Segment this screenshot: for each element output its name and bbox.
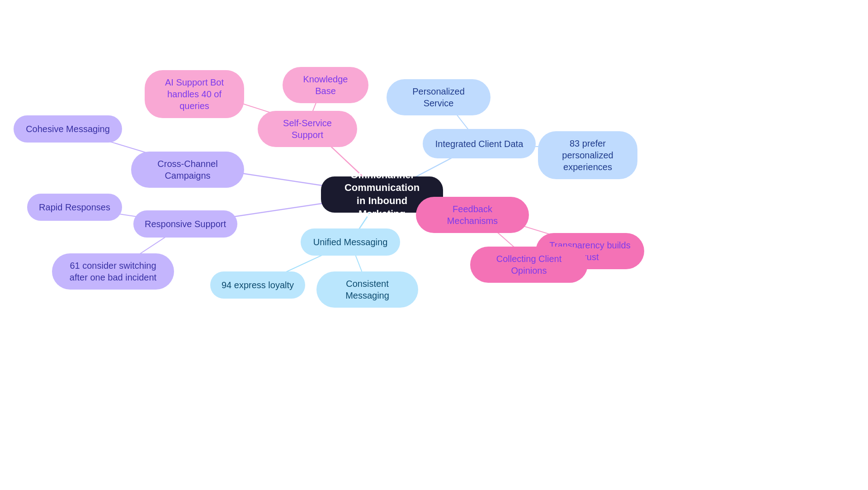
node-label-rapid: Rapid Responses (39, 201, 110, 213)
node-self-service: Self-Service Support (258, 111, 357, 147)
node-label-self-service: Self-Service Support (269, 117, 346, 141)
node-cross-channel: Cross-Channel Campaigns (131, 152, 244, 188)
node-label-knowledge-base: Knowledge Base (293, 73, 358, 97)
node-consistent: Consistent Messaging (316, 271, 418, 308)
node-express-loyalty: 94 express loyalty (210, 271, 305, 299)
node-ai-bot: AI Support Bot handles 40 of queries (145, 70, 244, 118)
node-label-personalized-service: Personalized Service (397, 86, 480, 109)
node-label-prefer-personalized: 83 prefer personalized experiences (549, 138, 627, 173)
node-switching: 61 consider switching after one bad inci… (52, 253, 174, 290)
node-personalized-service: Personalized Service (387, 79, 491, 115)
node-label-collecting: Collecting Client Opinions (481, 253, 577, 276)
node-rapid: Rapid Responses (27, 194, 122, 221)
node-responsive: Responsive Support (133, 210, 237, 238)
node-label-feedback: Feedback Mechanisms (427, 203, 518, 227)
node-feedback: Feedback Mechanisms (416, 197, 529, 233)
node-integrated: Integrated Client Data (423, 129, 536, 158)
node-label-switching: 61 consider switching after one bad inci… (63, 260, 163, 283)
node-collecting: Collecting Client Opinions (470, 247, 588, 283)
node-label-unified: Unified Messaging (313, 236, 388, 248)
node-label-express-loyalty: 94 express loyalty (222, 279, 294, 291)
node-label-ai-bot: AI Support Bot handles 40 of queries (156, 76, 233, 112)
node-label-cohesive: Cohesive Messaging (26, 123, 110, 135)
node-unified: Unified Messaging (301, 228, 400, 256)
node-knowledge-base: Knowledge Base (283, 67, 368, 103)
node-cohesive: Cohesive Messaging (14, 115, 122, 143)
node-prefer-personalized: 83 prefer personalized experiences (538, 131, 637, 179)
node-label-consistent: Consistent Messaging (327, 278, 407, 301)
node-label-integrated: Integrated Client Data (435, 138, 524, 150)
node-label-cross-channel: Cross-Channel Campaigns (142, 158, 233, 181)
node-label-responsive: Responsive Support (145, 218, 226, 230)
